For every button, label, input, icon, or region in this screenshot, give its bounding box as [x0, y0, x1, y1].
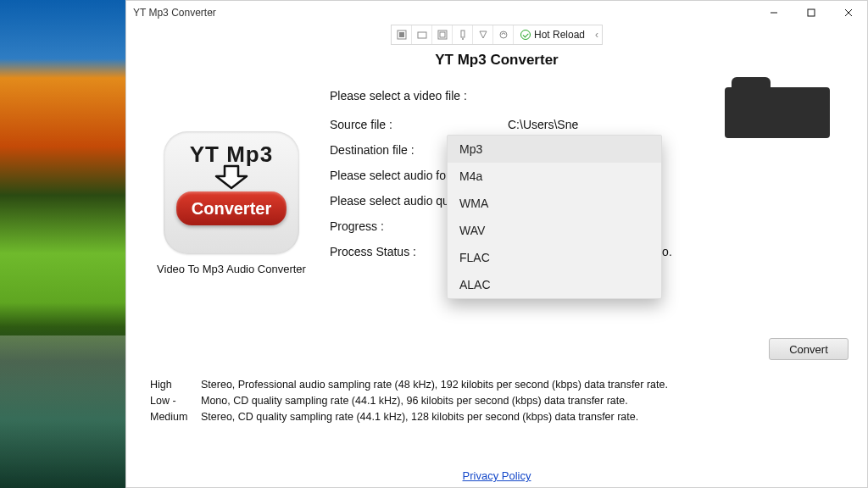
format-option-wav[interactable]: WAV: [448, 217, 661, 244]
titlebar: YT Mp3 Converter: [126, 1, 867, 25]
toolbar-dropdown-chevron[interactable]: ‹: [592, 29, 602, 41]
svg-rect-6: [417, 32, 426, 38]
folder-browse-button[interactable]: [725, 77, 830, 138]
svg-rect-8: [439, 32, 444, 37]
toolbar-btn-2[interactable]: [412, 25, 432, 44]
toolbar-btn-6[interactable]: [493, 25, 514, 44]
logo-caption: Video To Mp3 Audio Converter: [147, 263, 316, 275]
logo-column: YT Mp3 Converter Video To Mp3 Audio Conv…: [147, 131, 316, 275]
svg-point-10: [461, 38, 463, 40]
format-option-mp3[interactable]: Mp3: [448, 136, 661, 163]
app-logo: YT Mp3 Converter: [164, 131, 299, 254]
close-button[interactable]: [830, 1, 867, 25]
toolbar-btn-1[interactable]: [392, 25, 412, 44]
format-option-wma[interactable]: WMA: [448, 190, 661, 217]
toolbar-btn-4[interactable]: [453, 25, 473, 44]
debug-toolbar: Hot Reload ‹: [391, 25, 603, 45]
privacy-policy-link[interactable]: Privacy Policy: [463, 469, 531, 482]
maximize-button[interactable]: [793, 1, 830, 25]
toolbar-btn-3[interactable]: [432, 25, 453, 44]
medium-tag: Medium: [150, 409, 201, 425]
convert-button[interactable]: Convert: [769, 338, 849, 360]
quality-description: HighStereo, Professional audio sampling …: [150, 377, 850, 424]
window-title: YT Mp3 Converter: [133, 7, 216, 19]
down-arrow-icon: [211, 164, 252, 190]
svg-rect-5: [398, 32, 403, 37]
low-text: Mono, CD quality sampling rate (44.1 kHz…: [201, 393, 628, 409]
low-tag: Low -: [150, 393, 201, 409]
svg-rect-9: [460, 30, 464, 37]
svg-point-11: [499, 31, 506, 38]
medium-text: Stereo, CD quality sampling rate (44.1 k…: [201, 409, 638, 425]
format-dropdown[interactable]: Mp3 M4a WMA WAV FLAC ALAC: [447, 135, 662, 299]
page-title: YT Mp3 Converter: [147, 52, 847, 69]
svg-rect-1: [808, 9, 815, 16]
minimize-button[interactable]: [755, 1, 793, 25]
format-option-flac[interactable]: FLAC: [448, 244, 661, 271]
source-file-label: Source file :: [330, 118, 508, 131]
hot-reload-button[interactable]: Hot Reload: [514, 29, 592, 41]
format-option-m4a[interactable]: M4a: [448, 163, 661, 190]
logo-badge: Converter: [176, 191, 287, 225]
window-controls: [755, 1, 867, 25]
format-option-alac[interactable]: ALAC: [448, 271, 661, 298]
high-text: Stereo, Professional audio sampling rate…: [201, 377, 668, 393]
footer: Privacy Policy: [126, 469, 867, 482]
check-icon: [520, 30, 531, 40]
hot-reload-label: Hot Reload: [534, 29, 585, 41]
high-tag: High: [150, 377, 201, 393]
toolbar-btn-5[interactable]: [473, 25, 493, 44]
